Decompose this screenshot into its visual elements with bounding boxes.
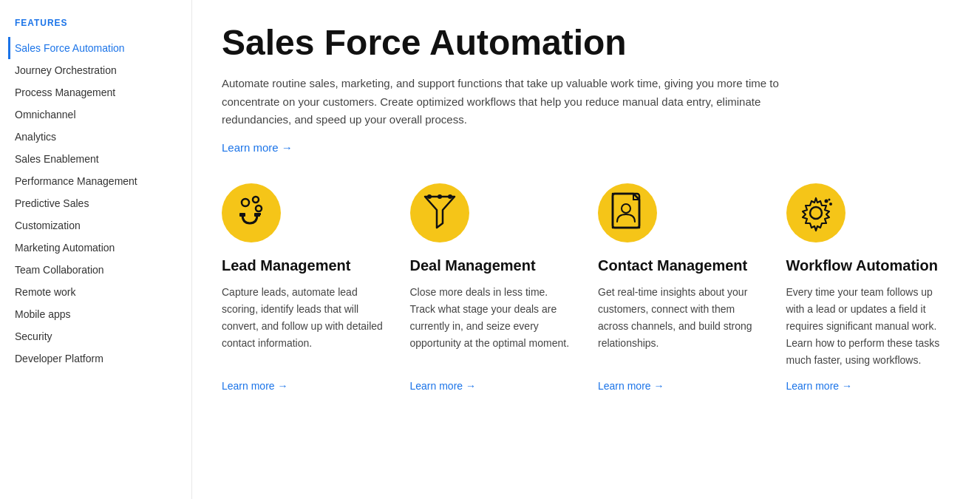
main-learn-more-link[interactable]: Learn more →	[222, 141, 293, 154]
deal-management-link[interactable]: Learn more →	[410, 380, 575, 392]
contact-management-description: Get real-time insights about your custom…	[598, 284, 763, 369]
sidebar-item-mobile-apps[interactable]: Mobile apps	[15, 303, 191, 325]
sidebar-item-customization[interactable]: Customization	[15, 214, 191, 237]
svg-rect-5	[254, 213, 260, 217]
main-content: Sales Force Automation Automate routine …	[192, 0, 980, 499]
svg-point-0	[222, 183, 281, 242]
workflow-automation-description: Every time your team follows up with a l…	[786, 284, 951, 369]
sidebar-item-predictive-sales[interactable]: Predictive Sales	[15, 192, 191, 214]
sidebar: FEATURES Sales Force AutomationJourney O…	[0, 0, 192, 499]
svg-point-11	[448, 194, 452, 199]
svg-point-17	[824, 200, 828, 203]
card-deal-management: Deal Management Close more deals in less…	[410, 183, 575, 391]
workflow-automation-title: Workflow Automation	[786, 256, 951, 275]
sidebar-item-developer-platform[interactable]: Developer Platform	[15, 347, 191, 370]
sidebar-item-team-collaboration[interactable]: Team Collaboration	[15, 259, 191, 281]
svg-point-9	[427, 194, 432, 199]
lead-management-title: Lead Management	[222, 256, 387, 275]
svg-point-19	[828, 199, 830, 201]
deal-management-title: Deal Management	[410, 256, 575, 275]
lead-management-link[interactable]: Learn more →	[222, 380, 387, 392]
contact-management-icon	[598, 183, 657, 242]
sidebar-item-remote-work[interactable]: Remote work	[15, 281, 191, 303]
contact-management-link[interactable]: Learn more →	[598, 380, 763, 392]
page-title: Sales Force Automation	[222, 24, 950, 63]
card-workflow-automation: Workflow Automation Every time your team…	[786, 183, 951, 391]
svg-point-10	[438, 194, 442, 199]
sidebar-item-omnichannel[interactable]: Omnichannel	[15, 103, 191, 126]
deal-management-icon	[410, 183, 469, 242]
svg-point-8	[410, 183, 469, 242]
sidebar-item-sales-force-automation[interactable]: Sales Force Automation	[8, 37, 191, 59]
svg-point-18	[829, 203, 832, 206]
sidebar-section-label: FEATURES	[15, 18, 191, 28]
contact-management-title: Contact Management	[598, 256, 763, 275]
card-lead-management: Lead Management Capture leads, automate …	[222, 183, 387, 391]
lead-management-icon	[222, 183, 281, 242]
workflow-automation-icon	[786, 183, 845, 242]
cards-grid: Lead Management Capture leads, automate …	[222, 183, 950, 391]
page-description: Automate routine sales, marketing, and s…	[222, 75, 798, 129]
sidebar-item-process-management[interactable]: Process Management	[15, 81, 191, 103]
sidebar-item-performance-management[interactable]: Performance Management	[15, 170, 191, 192]
deal-management-description: Close more deals in less time. Track wha…	[410, 284, 575, 369]
card-contact-management: Contact Management Get real-time insight…	[598, 183, 763, 391]
workflow-automation-link[interactable]: Learn more →	[786, 380, 951, 392]
svg-point-15	[786, 183, 845, 242]
sidebar-item-sales-enablement[interactable]: Sales Enablement	[15, 148, 191, 170]
lead-management-description: Capture leads, automate lead scoring, id…	[222, 284, 387, 369]
sidebar-item-security[interactable]: Security	[15, 325, 191, 347]
sidebar-item-marketing-automation[interactable]: Marketing Automation	[15, 237, 191, 259]
sidebar-item-analytics[interactable]: Analytics	[15, 126, 191, 148]
sidebar-item-journey-orchestration[interactable]: Journey Orchestration	[15, 59, 191, 81]
sidebar-nav: Sales Force AutomationJourney Orchestrat…	[15, 37, 191, 370]
